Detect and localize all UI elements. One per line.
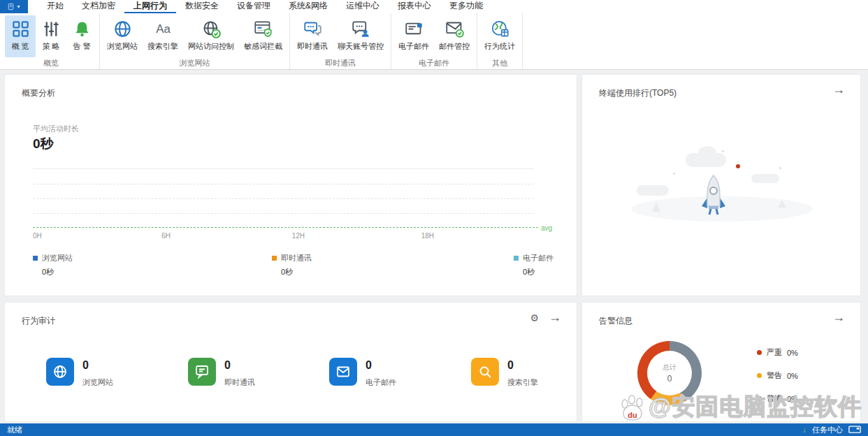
ribbon-group-browse: 浏览网站 Aa 搜索引擎 网站访问控制 敏感词拦截 浏览网站 bbox=[100, 13, 290, 69]
ribbon: 概 览 策 略 告 警 概览 浏览网站 Aa 搜索引擎 bbox=[0, 13, 868, 70]
donut-center-label: 总计 bbox=[663, 363, 677, 372]
legend-swatch bbox=[33, 256, 38, 261]
summary-analysis-card: 概要分析 平均活动时长 0秒 avg 0H 6H 12H 18H 浏览网站 0秒… bbox=[4, 74, 577, 296]
ribbon-button-mail-control[interactable]: 邮件管控 bbox=[434, 15, 475, 57]
stat-label: 电子邮件 bbox=[366, 377, 396, 388]
x-axis-tick: 12H bbox=[292, 232, 305, 240]
ribbon-button-label: 电子邮件 bbox=[398, 41, 429, 52]
sensitive-word-icon bbox=[254, 20, 273, 38]
status-bar: 就绪 ↓ 任务中心 bbox=[0, 423, 868, 436]
legend-label: 即时通讯 bbox=[281, 253, 312, 263]
x-axis-tick: 18H bbox=[421, 232, 434, 240]
mail-control-icon bbox=[445, 20, 464, 38]
legend-value: 0% bbox=[787, 395, 798, 403]
stat-value: 0 bbox=[82, 360, 113, 371]
donut-center: 总计 0 bbox=[647, 351, 692, 395]
donut-center-value: 0 bbox=[667, 374, 672, 384]
legend-swatch bbox=[514, 256, 519, 261]
tab-ops-center[interactable]: 运维中心 bbox=[337, 0, 389, 13]
ribbon-button-overview[interactable]: 概 览 bbox=[5, 15, 36, 57]
status-ready-label: 就绪 bbox=[7, 425, 22, 435]
tab-doc-encrypt[interactable]: 文档加密 bbox=[73, 0, 124, 13]
svg-text:Aa: Aa bbox=[156, 22, 171, 36]
ribbon-button-im[interactable]: 即时通讯 bbox=[292, 15, 333, 57]
ribbon-button-sensitive-word[interactable]: 敏感词拦截 bbox=[239, 15, 287, 57]
search-icon bbox=[471, 358, 499, 386]
tab-system-network[interactable]: 系统&网络 bbox=[280, 0, 337, 13]
rocket-icon bbox=[700, 174, 728, 217]
ribbon-button-label: 概 览 bbox=[11, 41, 29, 52]
legend-label: 警告 bbox=[767, 370, 782, 381]
chat-icon bbox=[188, 358, 216, 386]
ribbon-button-label: 即时通讯 bbox=[297, 41, 328, 52]
tab-internet-behavior[interactable]: 上网行为 bbox=[124, 0, 176, 13]
ribbon-button-label: 敏感词拦截 bbox=[244, 41, 282, 52]
legend-dot bbox=[757, 396, 762, 401]
alert-legend-warning: 警告 0% bbox=[757, 370, 798, 381]
legend-item-im: 即时通讯 0秒 bbox=[272, 253, 312, 277]
im-chat-icon bbox=[303, 20, 322, 38]
arrow-right-icon[interactable]: → bbox=[832, 311, 845, 324]
task-center-button[interactable]: 任务中心 bbox=[812, 425, 843, 435]
ribbon-group-label: 电子邮件 bbox=[393, 57, 475, 71]
legend-dot bbox=[757, 350, 762, 355]
card-title: 终端使用排行(TOP5) bbox=[599, 87, 677, 99]
activity-timeline-chart: avg 0H 6H 12H 18H bbox=[33, 168, 534, 228]
browse-globe-icon bbox=[113, 20, 132, 38]
site-access-control-icon bbox=[202, 20, 221, 38]
stat-value: 0 bbox=[224, 360, 255, 371]
download-arrow-icon: ↓ bbox=[802, 425, 806, 435]
cloud-shape bbox=[637, 185, 669, 196]
stat-label: 浏览网站 bbox=[82, 377, 113, 388]
ribbon-button-alerts[interactable]: 告 警 bbox=[66, 15, 97, 57]
terminal-ranking-card: 终端使用排行(TOP5) → bbox=[581, 74, 861, 296]
arrow-right-icon[interactable]: → bbox=[549, 311, 561, 324]
tab-data-security[interactable]: 数据安全 bbox=[176, 0, 228, 13]
stat-browse-web: 0 浏览网站 bbox=[46, 358, 113, 388]
ribbon-group-overview: 概 览 策 略 告 警 概览 bbox=[3, 13, 100, 69]
ribbon-button-search-engine[interactable]: Aa 搜索引擎 bbox=[143, 15, 183, 57]
legend-label: 浏览网站 bbox=[42, 253, 73, 263]
legend-value: 0秒 bbox=[42, 267, 73, 277]
card-title: 概要分析 bbox=[22, 87, 55, 99]
monitor-icon[interactable] bbox=[848, 426, 861, 435]
avg-duration-value: 0秒 bbox=[33, 135, 54, 153]
tab-start[interactable]: 开始 bbox=[38, 0, 73, 13]
speck bbox=[779, 167, 781, 169]
mail-icon bbox=[329, 358, 357, 386]
avg-line-label: avg bbox=[541, 224, 552, 232]
chart-gridline bbox=[33, 213, 534, 214]
ribbon-button-policy[interactable]: 策 略 bbox=[36, 15, 66, 57]
globe-icon bbox=[46, 358, 74, 386]
legend-label: 普通 bbox=[767, 393, 782, 404]
tab-more-features[interactable]: 更多功能 bbox=[440, 0, 492, 13]
tab-report-center[interactable]: 报表中心 bbox=[389, 0, 440, 13]
ribbon-button-label: 行为统计 bbox=[484, 41, 515, 52]
alert-bell-icon bbox=[73, 20, 92, 38]
cloud-shape bbox=[751, 174, 779, 183]
ribbon-group-im: 即时通讯 聊天账号管控 即时通讯 bbox=[290, 13, 391, 69]
app-menu-button[interactable]: ▼ bbox=[0, 0, 28, 13]
menu-bar: ▼ 开始 文档加密 上网行为 数据安全 设备管理 系统&网络 运维中心 报表中心… bbox=[0, 0, 868, 13]
legend-dot bbox=[757, 373, 762, 378]
tree-shape bbox=[778, 200, 786, 208]
alert-legend-normal: 普通 0% bbox=[757, 393, 798, 404]
chevron-down-icon: ▼ bbox=[16, 4, 21, 9]
gear-icon[interactable]: ⚙ bbox=[530, 313, 539, 323]
ribbon-button-label: 浏览网站 bbox=[107, 41, 138, 52]
ribbon-button-email[interactable]: 电子邮件 bbox=[393, 15, 434, 57]
tab-device-management[interactable]: 设备管理 bbox=[228, 0, 280, 13]
chart-gridline bbox=[33, 184, 534, 184]
ribbon-button-site-access-control[interactable]: 网站访问控制 bbox=[183, 15, 239, 57]
alert-info-card: 告警信息 → 总计 0 严重 0% 警告 0% 普通 0% bbox=[581, 302, 861, 422]
ribbon-button-browse-web[interactable]: 浏览网站 bbox=[102, 15, 143, 57]
email-icon bbox=[405, 20, 424, 38]
chat-account-icon bbox=[352, 20, 370, 38]
ribbon-button-label: 邮件管控 bbox=[439, 41, 470, 52]
app-window-icon bbox=[7, 2, 15, 11]
ribbon-button-label: 告 警 bbox=[73, 41, 90, 52]
ribbon-button-behavior-stats[interactable]: 行为统计 bbox=[479, 15, 520, 57]
x-axis-tick: 6H bbox=[161, 232, 171, 240]
arrow-right-icon[interactable]: → bbox=[832, 83, 845, 96]
ribbon-button-chat-account[interactable]: 聊天账号管控 bbox=[333, 15, 389, 57]
